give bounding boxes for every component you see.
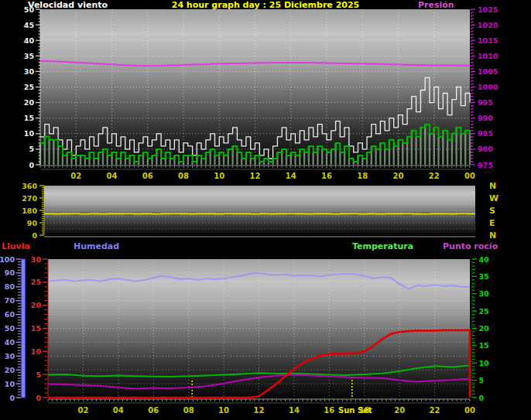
svg-text:20: 20 [479, 324, 490, 333]
svg-text:10: 10 [218, 406, 229, 415]
svg-text:02: 02 [77, 406, 88, 415]
svg-text:04: 04 [113, 406, 124, 415]
svg-text:12: 12 [250, 172, 261, 180]
svg-text:40: 40 [479, 255, 490, 264]
svg-text:20: 20 [5, 366, 15, 374]
svg-text:1005: 1005 [478, 67, 498, 76]
weather-graph-window: Velocidad viento 24 hour graph day : 25 … [0, 0, 531, 420]
humidity-axis: 0102030405060708090100 [0, 255, 26, 402]
svg-text:180: 180 [22, 207, 37, 215]
direction-series [44, 213, 475, 214]
wind-axis: 05101520253035404550 [24, 5, 40, 169]
svg-text:22: 22 [429, 172, 440, 180]
svg-text:12: 12 [254, 406, 265, 415]
svg-text:00: 00 [464, 406, 475, 415]
compass-labels: NWSEN [489, 181, 498, 240]
svg-text:5: 5 [479, 376, 485, 384]
svg-text:16: 16 [321, 172, 332, 180]
humidity-section-label: Humedad [74, 241, 119, 253]
temperature-section-label: Temperatura [352, 241, 413, 253]
svg-text:20: 20 [393, 172, 404, 180]
svg-text:15: 15 [31, 324, 41, 333]
wind-direction-chart: 090180270360NWSEN [0, 179, 531, 240]
sunset-label: Sun Set [338, 406, 372, 415]
svg-text:25: 25 [31, 278, 41, 286]
svg-text:80: 80 [5, 282, 15, 291]
svg-text:06: 06 [148, 406, 159, 415]
svg-text:50: 50 [24, 5, 35, 14]
svg-text:0: 0 [479, 394, 485, 402]
hour-labels: 020406081012141618202200 [77, 406, 475, 415]
svg-text:30: 30 [479, 289, 490, 298]
svg-text:1010: 1010 [478, 52, 498, 60]
svg-text:25: 25 [479, 307, 489, 316]
svg-text:08: 08 [183, 406, 194, 415]
svg-text:16: 16 [324, 406, 334, 415]
svg-text:360: 360 [22, 182, 37, 190]
svg-text:5: 5 [29, 145, 34, 153]
svg-text:100: 100 [0, 255, 15, 264]
svg-text:70: 70 [5, 296, 15, 305]
svg-text:45: 45 [24, 21, 34, 29]
svg-text:5: 5 [36, 370, 41, 379]
svg-text:995: 995 [478, 98, 493, 107]
svg-text:985: 985 [478, 129, 493, 138]
pressure-axis: 975980985990995100010051010101510201025 [471, 5, 498, 169]
svg-text:0: 0 [32, 231, 37, 240]
svg-text:1000: 1000 [478, 83, 498, 91]
svg-text:04: 04 [107, 172, 118, 180]
svg-text:10: 10 [31, 347, 42, 356]
svg-text:990: 990 [478, 114, 493, 122]
svg-text:15: 15 [24, 114, 34, 122]
svg-text:20: 20 [394, 406, 405, 415]
svg-text:1015: 1015 [478, 36, 498, 45]
bottom-ruler [40, 166, 470, 169]
svg-text:0: 0 [36, 394, 41, 402]
svg-text:0: 0 [9, 394, 15, 402]
svg-text:E: E [489, 218, 495, 228]
rain-axis: 051015202530 [31, 255, 48, 402]
svg-text:1020: 1020 [478, 21, 498, 29]
svg-text:08: 08 [178, 172, 189, 180]
svg-text:0: 0 [29, 161, 34, 169]
svg-text:50: 50 [5, 324, 15, 333]
svg-text:00: 00 [464, 172, 475, 180]
svg-text:25: 25 [24, 83, 34, 91]
svg-text:1025: 1025 [478, 5, 498, 14]
hour-labels: 020406081012141618202200 [70, 172, 475, 180]
svg-text:980: 980 [478, 145, 493, 153]
svg-text:270: 270 [22, 194, 37, 203]
svg-text:W: W [489, 193, 498, 203]
svg-text:10: 10 [214, 172, 224, 180]
temperature-axis: 0510152025303540 [472, 255, 489, 402]
svg-text:Sun Set: Sun Set [338, 406, 372, 415]
svg-text:10: 10 [5, 380, 15, 388]
wind-pressure-chart: 0510152025303540455097598098599099510001… [0, 0, 531, 179]
svg-text:40: 40 [24, 36, 35, 45]
svg-text:N: N [489, 181, 496, 191]
svg-text:18: 18 [357, 172, 368, 180]
svg-text:30: 30 [31, 255, 42, 264]
svg-text:06: 06 [142, 172, 153, 180]
svg-text:40: 40 [5, 338, 15, 347]
svg-text:14: 14 [289, 406, 300, 415]
svg-text:90: 90 [27, 219, 38, 227]
direction-axis: 090180270360 [22, 182, 44, 240]
svg-text:10: 10 [24, 129, 35, 138]
svg-text:20: 20 [31, 301, 42, 309]
svg-text:02: 02 [70, 172, 81, 180]
svg-text:20: 20 [24, 98, 35, 107]
svg-text:975: 975 [478, 161, 493, 169]
svg-text:30: 30 [24, 67, 35, 76]
svg-text:35: 35 [24, 52, 34, 60]
svg-text:90: 90 [5, 268, 15, 277]
svg-text:30: 30 [5, 352, 15, 360]
humidity-temperature-rain-chart: 0102030405060708090100051015202530051015… [0, 240, 531, 420]
svg-text:60: 60 [5, 310, 15, 319]
svg-text:S: S [489, 206, 495, 216]
svg-text:15: 15 [479, 341, 489, 350]
bottom-ruler [48, 399, 470, 403]
svg-text:35: 35 [479, 272, 489, 281]
svg-text:N: N [489, 230, 496, 240]
rain-section-label: Lluvia [2, 241, 30, 253]
